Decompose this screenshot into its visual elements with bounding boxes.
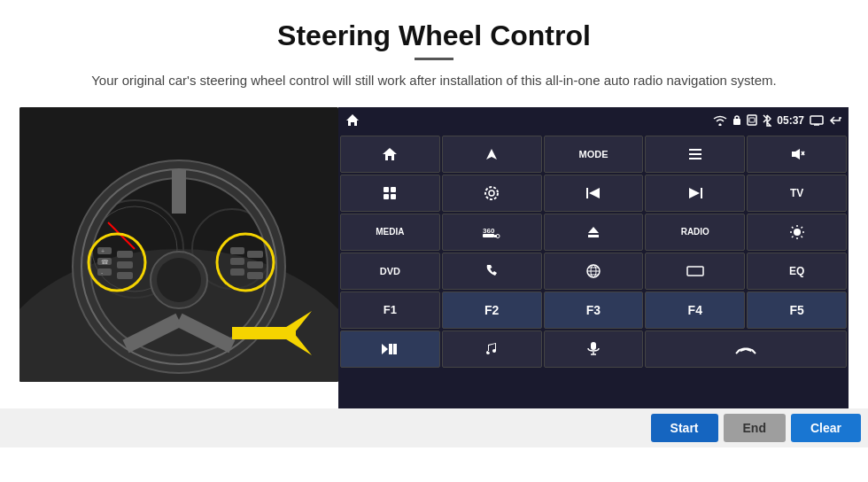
svg-rect-50 xyxy=(586,188,588,198)
svg-rect-25 xyxy=(230,247,244,254)
svg-marker-75 xyxy=(382,344,388,354)
svg-rect-22 xyxy=(117,261,133,268)
browse-btn[interactable] xyxy=(544,253,644,290)
svg-rect-28 xyxy=(247,251,263,258)
mute-btn[interactable] xyxy=(747,136,847,173)
callend-btn[interactable] xyxy=(645,330,847,368)
svg-point-48 xyxy=(489,190,494,196)
svg-line-82 xyxy=(752,350,756,354)
svg-rect-41 xyxy=(689,158,701,159)
content-row: + ☎ - xyxy=(0,107,868,408)
end-button[interactable]: End xyxy=(724,414,786,442)
svg-text:360: 360 xyxy=(483,227,495,235)
svg-line-68 xyxy=(792,236,794,237)
svg-rect-76 xyxy=(389,344,392,354)
svg-rect-39 xyxy=(689,149,701,151)
status-left xyxy=(345,113,360,128)
media-btn[interactable]: MEDIA xyxy=(340,214,440,251)
home-btn[interactable] xyxy=(340,136,440,173)
subtitle-text: Your original car's steering wheel contr… xyxy=(0,71,868,91)
wifi-icon xyxy=(713,115,727,126)
svg-rect-21 xyxy=(117,251,133,258)
playpause-btn[interactable] xyxy=(340,330,440,368)
svg-rect-52 xyxy=(701,188,702,198)
tv-btn[interactable]: TV xyxy=(747,175,847,212)
svg-rect-32 xyxy=(232,327,296,339)
main-title: Steering Wheel Control xyxy=(0,0,868,58)
brightness-btn[interactable] xyxy=(747,214,847,251)
status-bar: 05:37 xyxy=(338,107,849,134)
svg-rect-46 xyxy=(384,194,389,199)
svg-rect-78 xyxy=(591,342,596,350)
svg-marker-53 xyxy=(689,188,700,198)
button-grid: MODE TV ME xyxy=(338,134,849,408)
svg-rect-45 xyxy=(391,187,396,192)
phone-btn[interactable] xyxy=(442,253,542,290)
svg-marker-51 xyxy=(589,188,600,198)
svg-rect-33 xyxy=(733,119,740,125)
status-right: 05:37 xyxy=(713,114,841,127)
f4-btn[interactable]: F4 xyxy=(645,292,745,329)
svg-line-81 xyxy=(736,350,740,354)
radio-btn[interactable]: RADIO xyxy=(645,214,745,251)
next-btn[interactable] xyxy=(645,175,745,212)
svg-rect-59 xyxy=(588,235,599,237)
svg-point-60 xyxy=(794,229,801,236)
svg-rect-74 xyxy=(687,267,703,276)
bottom-bar: Start End Clear xyxy=(0,408,868,447)
page-title-section: Steering Wheel Control Your original car… xyxy=(0,0,868,91)
prev-btn[interactable] xyxy=(544,175,644,212)
empty-cell xyxy=(340,369,440,407)
mode-btn[interactable]: MODE xyxy=(544,136,644,173)
control-panel: 05:37 MODE xyxy=(338,107,849,408)
svg-rect-26 xyxy=(230,258,244,265)
svg-rect-23 xyxy=(117,272,133,279)
list-btn[interactable] xyxy=(645,136,745,173)
f2-btn[interactable]: F2 xyxy=(442,292,542,329)
svg-point-13 xyxy=(157,258,201,302)
settings-btn[interactable] xyxy=(442,175,542,212)
start-button[interactable]: Start xyxy=(651,414,718,442)
screen-rect-btn[interactable] xyxy=(645,253,745,290)
steering-wheel-image: + ☎ - xyxy=(19,107,338,382)
svg-rect-29 xyxy=(247,261,263,268)
svg-rect-44 xyxy=(384,187,389,192)
svg-rect-55 xyxy=(483,234,494,237)
eject-btn[interactable] xyxy=(544,214,644,251)
f3-btn[interactable]: F3 xyxy=(544,292,644,329)
sim-icon xyxy=(747,114,757,126)
bluetooth-icon xyxy=(763,114,771,127)
svg-rect-17 xyxy=(97,268,112,276)
back-icon xyxy=(829,115,841,126)
screen-icon xyxy=(810,115,824,126)
svg-rect-40 xyxy=(689,153,701,155)
cam360-btn[interactable]: 360 xyxy=(442,214,542,251)
svg-rect-36 xyxy=(810,116,823,124)
svg-point-49 xyxy=(485,187,498,199)
svg-rect-47 xyxy=(391,194,396,199)
eq-btn[interactable]: EQ xyxy=(747,253,847,290)
svg-rect-27 xyxy=(230,268,244,276)
svg-rect-77 xyxy=(393,344,397,354)
title-divider xyxy=(415,58,453,60)
svg-text:☎: ☎ xyxy=(101,259,109,265)
apps-btn[interactable] xyxy=(340,175,440,212)
f1-btn[interactable]: F1 xyxy=(340,292,440,329)
svg-line-66 xyxy=(801,236,802,237)
dvd-btn[interactable]: DVD xyxy=(340,253,440,290)
svg-rect-30 xyxy=(247,272,263,279)
svg-text:+: + xyxy=(101,248,105,254)
music-btn[interactable] xyxy=(442,330,542,368)
svg-line-65 xyxy=(792,227,794,229)
lock-icon xyxy=(732,114,741,126)
svg-marker-58 xyxy=(588,227,599,233)
svg-rect-35 xyxy=(749,118,755,122)
clear-button[interactable]: Clear xyxy=(791,414,861,442)
svg-line-67 xyxy=(801,227,802,229)
nav-btn[interactable] xyxy=(442,136,542,173)
f5-btn[interactable]: F5 xyxy=(747,292,847,329)
home-icon xyxy=(345,113,360,128)
mic-btn[interactable] xyxy=(544,330,644,368)
time-display: 05:37 xyxy=(777,114,804,127)
